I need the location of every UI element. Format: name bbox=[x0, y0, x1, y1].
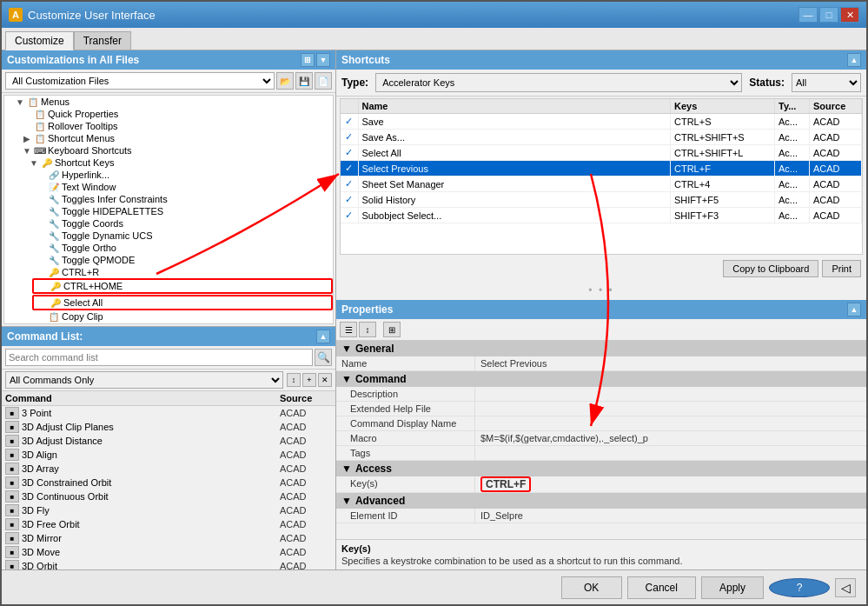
list-item[interactable]: ■ 3D Adjust Distance ACAD bbox=[2, 434, 335, 448]
prop-macro-label: Macro bbox=[336, 431, 475, 445]
menus-label: Menus bbox=[41, 97, 70, 107]
tree-item-toggle-qpmode[interactable]: 🔧 Toggle QPMODE bbox=[32, 254, 333, 266]
toggle-dynamic-label: Toggle Dynamic UCS bbox=[62, 230, 153, 241]
select-all-label: Select All bbox=[63, 297, 103, 308]
files-dropdown[interactable]: All Customization Files bbox=[5, 72, 275, 90]
table-row[interactable]: ✓ Select All CTRL+SHIFT+L Ac... ACAD bbox=[341, 145, 862, 161]
list-item[interactable]: ■ 3D Fly ACAD bbox=[2, 503, 335, 517]
key-info-title: Key(s) bbox=[341, 543, 861, 554]
type-dropdown[interactable]: Accelerator Keys bbox=[375, 73, 742, 92]
list-item[interactable]: ■ 3 Point ACAD bbox=[2, 406, 335, 420]
check-cell: ✓ bbox=[341, 114, 358, 130]
cmd-item-icon: ■ bbox=[5, 546, 19, 558]
col-source: Source bbox=[810, 99, 862, 114]
copy-to-clipboard-button[interactable]: Copy to Clipboard bbox=[723, 260, 818, 277]
prop-row-name[interactable]: Name Select Previous bbox=[336, 356, 866, 371]
cmd-header-name: Command bbox=[5, 393, 280, 403]
tab-transfer[interactable]: Transfer bbox=[74, 31, 131, 50]
close-button[interactable]: ✕ bbox=[840, 7, 859, 23]
type-cell: Ac... bbox=[775, 176, 810, 192]
tree-item-toggle-dynamic[interactable]: 🔧 Toggle Dynamic UCS bbox=[32, 230, 333, 242]
prop-extended-help-label: Extended Help File bbox=[336, 402, 475, 416]
del-cmd-icon[interactable]: ✕ bbox=[318, 373, 332, 387]
tree-item-copy-clip[interactable]: 📋 Copy Clip bbox=[32, 310, 333, 323]
cmd-item-icon: ■ bbox=[5, 421, 19, 433]
tree-item-rollover-tooltips[interactable]: 📋 Rollover Tooltips bbox=[18, 120, 333, 132]
cancel-button[interactable]: Cancel bbox=[627, 576, 696, 599]
tree-container: ▼ 📋 Menus 📋 Quick Properties 📋 Rollover … bbox=[3, 95, 334, 324]
resize-handle[interactable]: • • • bbox=[588, 284, 613, 296]
tree-item-toggle-ortho[interactable]: 🔧 Toggle Ortho bbox=[32, 242, 333, 254]
prop-tool-sort-btn[interactable]: ↕ bbox=[359, 322, 376, 337]
table-row[interactable]: ✓ Select Previous CTRL+F Ac... ACAD bbox=[341, 161, 862, 176]
list-item[interactable]: ■ 3D Continuous Orbit ACAD bbox=[2, 489, 335, 503]
source-cell: ACAD bbox=[810, 130, 862, 145]
tree-item-new[interactable]: 📄 New... bbox=[32, 323, 333, 324]
tree-item-select-all[interactable]: 🔑 Select All bbox=[32, 295, 333, 310]
shortcuts-table: Name Keys Ty... Source ✓ Save CTRL+S Ac.… bbox=[341, 99, 862, 223]
ok-button[interactable]: OK bbox=[561, 576, 622, 599]
tree-item-shortcut-keys[interactable]: ▼ 🔑 Shortcut Keys bbox=[25, 156, 333, 169]
tree-item-toggle-coords[interactable]: 🔧 Toggle Coords bbox=[32, 217, 333, 230]
tree-item-ctrl-home[interactable]: 🔑 CTRL+HOME bbox=[32, 278, 333, 294]
prop-row-display-name[interactable]: Command Display Name bbox=[336, 416, 866, 431]
prop-tool-expand-btn[interactable]: ⊞ bbox=[383, 322, 401, 337]
list-item[interactable]: ■ 3D Array ACAD bbox=[2, 462, 335, 476]
save-file-button[interactable]: 💾 bbox=[295, 72, 313, 90]
advanced-expand-icon: ▼ bbox=[341, 495, 352, 507]
filter-icon[interactable]: ▼ bbox=[316, 53, 330, 67]
tree-item-toggle-infer[interactable]: 🔧 Toggles Infer Constraints bbox=[32, 193, 333, 205]
back-icon-button[interactable]: ◁ bbox=[835, 578, 856, 597]
tab-customize[interactable]: Customize bbox=[5, 31, 74, 50]
print-button[interactable]: Print bbox=[822, 260, 861, 277]
table-row[interactable]: ✓ Solid History SHIFT+F5 Ac... ACAD bbox=[341, 192, 862, 208]
status-dropdown[interactable]: All bbox=[792, 73, 861, 92]
list-item[interactable]: ■ 3D Align ACAD bbox=[2, 448, 335, 462]
tree-item-quick-properties[interactable]: 📋 Quick Properties bbox=[18, 108, 333, 120]
list-item[interactable]: ■ 3D Move ACAD bbox=[2, 545, 335, 559]
load-file-button[interactable]: 📂 bbox=[276, 72, 294, 90]
maximize-button[interactable]: □ bbox=[819, 7, 838, 23]
list-item[interactable]: ■ 3D Adjust Clip Planes ACAD bbox=[2, 420, 335, 434]
list-item[interactable]: ■ 3D Free Orbit ACAD bbox=[2, 517, 335, 531]
command-label: Command bbox=[355, 373, 407, 385]
prop-row-macro[interactable]: Macro $M=$(if,$(getvar,cmdactive),._sele… bbox=[336, 431, 866, 446]
table-row[interactable]: ✓ Subobject Select... SHIFT+F3 Ac... ACA… bbox=[341, 208, 862, 223]
tree-item-ctrl-r[interactable]: 🔑 CTRL+R bbox=[32, 266, 333, 278]
new-file-button[interactable]: 📄 bbox=[315, 72, 332, 90]
minimize-button[interactable]: — bbox=[798, 7, 818, 23]
properties-collapse-icon[interactable]: ▲ bbox=[847, 303, 861, 316]
source-cell: ACAD bbox=[810, 145, 862, 161]
command-search-button[interactable]: 🔍 bbox=[315, 349, 332, 366]
prop-row-extended-help[interactable]: Extended Help File bbox=[336, 402, 866, 416]
command-list-collapse-icon[interactable]: ▲ bbox=[316, 330, 330, 343]
shortcuts-collapse-icon[interactable]: ▲ bbox=[847, 53, 861, 67]
tree-item-text-window[interactable]: 📝 Text Window bbox=[32, 181, 333, 193]
help-button[interactable]: ? bbox=[769, 578, 830, 597]
new-cmd-icon[interactable]: + bbox=[302, 373, 316, 387]
expand-all-icon[interactable]: ⊞ bbox=[301, 53, 315, 67]
command-search-input[interactable] bbox=[5, 349, 313, 366]
key-info-desc: Specifies a keystroke combination to be … bbox=[341, 556, 861, 566]
prop-row-element-id[interactable]: Element ID ID_Selpre bbox=[336, 509, 866, 523]
list-item[interactable]: ■ 3D Orbit ACAD bbox=[2, 559, 335, 569]
prop-row-keys[interactable]: Key(s) CTRL+F bbox=[336, 476, 866, 493]
table-row[interactable]: ✓ Save CTRL+S Ac... ACAD bbox=[341, 114, 862, 130]
tree-item-shortcut-menus[interactable]: ▶ 📋 Shortcut Menus bbox=[18, 132, 333, 144]
tree-item-hyperlink[interactable]: 🔗 Hyperlink... bbox=[32, 169, 333, 181]
list-item[interactable]: ■ 3D Constrained Orbit ACAD bbox=[2, 476, 335, 489]
sort-icon[interactable]: ↕ bbox=[287, 373, 301, 387]
prop-row-tags[interactable]: Tags bbox=[336, 446, 866, 461]
prop-row-description[interactable]: Description bbox=[336, 387, 866, 402]
command-filter-dropdown[interactable]: All Commands Only bbox=[5, 371, 283, 389]
apply-button[interactable]: Apply bbox=[701, 576, 764, 599]
type-cell: Ac... bbox=[775, 114, 810, 130]
tree-item-menus[interactable]: ▼ 📋 Menus bbox=[11, 96, 333, 108]
cmd-item-name: 3D Continuous Orbit bbox=[22, 491, 280, 502]
table-row[interactable]: ✓ Save As... CTRL+SHIFT+S Ac... ACAD bbox=[341, 130, 862, 145]
list-item[interactable]: ■ 3D Mirror ACAD bbox=[2, 531, 335, 545]
prop-tool-categories-btn[interactable]: ☰ bbox=[340, 322, 357, 337]
tree-item-keyboard-shortcuts[interactable]: ▼ ⌨ Keyboard Shortcuts bbox=[18, 144, 333, 156]
table-row[interactable]: ✓ Sheet Set Manager CTRL+4 Ac... ACAD bbox=[341, 176, 862, 192]
tree-item-toggle-hide[interactable]: 🔧 Toggle HIDEPALETTES bbox=[32, 205, 333, 217]
